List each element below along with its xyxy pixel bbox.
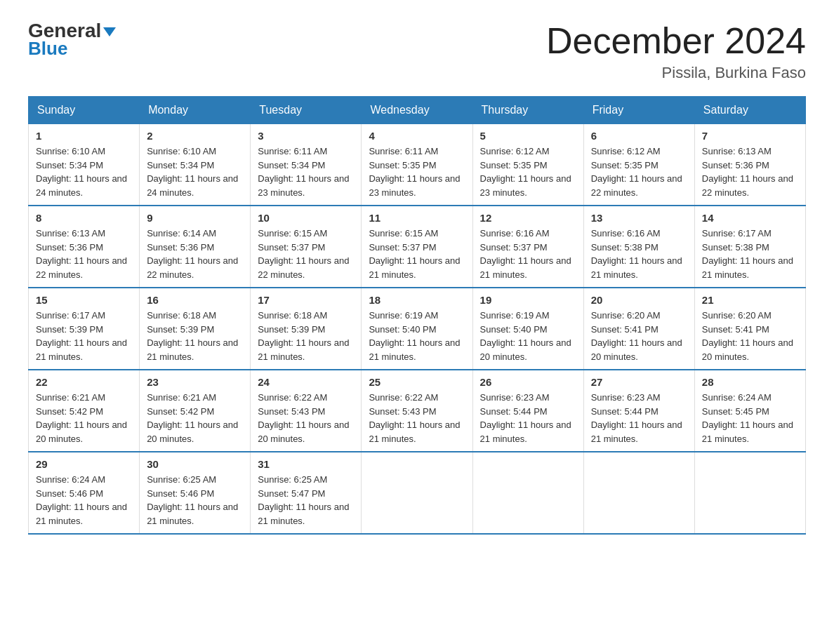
day-info: Sunrise: 6:17 AM Sunset: 5:38 PM Dayligh… — [702, 227, 798, 281]
day-info: Sunrise: 6:21 AM Sunset: 5:42 PM Dayligh… — [36, 391, 132, 445]
day-number: 9 — [147, 212, 243, 224]
col-header-wednesday: Wednesday — [362, 97, 472, 124]
day-number: 26 — [480, 376, 576, 388]
col-header-thursday: Thursday — [472, 97, 583, 124]
day-info: Sunrise: 6:11 AM Sunset: 5:34 PM Dayligh… — [258, 145, 354, 199]
day-cell: 26 Sunrise: 6:23 AM Sunset: 5:44 PM Dayl… — [472, 370, 583, 452]
day-cell — [583, 452, 694, 534]
day-info: Sunrise: 6:15 AM Sunset: 5:37 PM Dayligh… — [369, 227, 465, 281]
day-number: 5 — [480, 130, 576, 142]
day-info: Sunrise: 6:12 AM Sunset: 5:35 PM Dayligh… — [591, 145, 687, 199]
col-header-tuesday: Tuesday — [251, 97, 362, 124]
day-info: Sunrise: 6:23 AM Sunset: 5:44 PM Dayligh… — [480, 391, 576, 445]
title-area: December 2024 Pissila, Burkina Faso — [546, 21, 806, 82]
day-cell — [472, 452, 583, 534]
col-header-sunday: Sunday — [29, 97, 140, 124]
day-cell — [694, 452, 805, 534]
day-number: 14 — [702, 212, 798, 224]
day-cell — [362, 452, 472, 534]
col-header-friday: Friday — [583, 97, 694, 124]
day-number: 17 — [258, 294, 354, 306]
day-number: 24 — [258, 376, 354, 388]
day-info: Sunrise: 6:15 AM Sunset: 5:37 PM Dayligh… — [258, 227, 354, 281]
day-cell: 19 Sunrise: 6:19 AM Sunset: 5:40 PM Dayl… — [472, 288, 583, 370]
day-number: 30 — [147, 458, 243, 470]
day-cell: 13 Sunrise: 6:16 AM Sunset: 5:38 PM Dayl… — [583, 206, 694, 288]
day-number: 20 — [591, 294, 687, 306]
day-cell: 21 Sunrise: 6:20 AM Sunset: 5:41 PM Dayl… — [694, 288, 805, 370]
day-cell: 2 Sunrise: 6:10 AM Sunset: 5:34 PM Dayli… — [140, 124, 251, 206]
day-info: Sunrise: 6:23 AM Sunset: 5:44 PM Dayligh… — [591, 391, 687, 445]
day-number: 23 — [147, 376, 243, 388]
day-number: 10 — [258, 212, 354, 224]
day-cell: 5 Sunrise: 6:12 AM Sunset: 5:35 PM Dayli… — [472, 124, 583, 206]
day-cell: 17 Sunrise: 6:18 AM Sunset: 5:39 PM Dayl… — [251, 288, 362, 370]
logo: General Blue — [28, 21, 116, 58]
day-cell: 9 Sunrise: 6:14 AM Sunset: 5:36 PM Dayli… — [140, 206, 251, 288]
day-number: 12 — [480, 212, 576, 224]
day-cell: 12 Sunrise: 6:16 AM Sunset: 5:37 PM Dayl… — [472, 206, 583, 288]
calendar-table: SundayMondayTuesdayWednesdayThursdayFrid… — [28, 96, 806, 535]
day-info: Sunrise: 6:25 AM Sunset: 5:47 PM Dayligh… — [258, 473, 354, 528]
day-info: Sunrise: 6:16 AM Sunset: 5:38 PM Dayligh… — [591, 227, 687, 281]
day-cell: 20 Sunrise: 6:20 AM Sunset: 5:41 PM Dayl… — [583, 288, 694, 370]
logo-triangle-icon — [103, 27, 116, 36]
day-number: 27 — [591, 376, 687, 388]
day-cell: 1 Sunrise: 6:10 AM Sunset: 5:34 PM Dayli… — [29, 124, 140, 206]
day-number: 25 — [369, 376, 465, 388]
col-header-monday: Monday — [140, 97, 251, 124]
main-title: December 2024 — [546, 21, 806, 61]
day-number: 21 — [702, 294, 798, 306]
day-info: Sunrise: 6:20 AM Sunset: 5:41 PM Dayligh… — [702, 309, 798, 363]
day-number: 16 — [147, 294, 243, 306]
day-cell: 27 Sunrise: 6:23 AM Sunset: 5:44 PM Dayl… — [583, 370, 694, 452]
day-info: Sunrise: 6:13 AM Sunset: 5:36 PM Dayligh… — [702, 145, 798, 199]
day-info: Sunrise: 6:18 AM Sunset: 5:39 PM Dayligh… — [147, 309, 243, 363]
day-number: 13 — [591, 212, 687, 224]
day-info: Sunrise: 6:10 AM Sunset: 5:34 PM Dayligh… — [36, 145, 132, 199]
day-info: Sunrise: 6:20 AM Sunset: 5:41 PM Dayligh… — [591, 309, 687, 363]
day-cell: 4 Sunrise: 6:11 AM Sunset: 5:35 PM Dayli… — [362, 124, 472, 206]
day-number: 31 — [258, 458, 354, 470]
day-info: Sunrise: 6:16 AM Sunset: 5:37 PM Dayligh… — [480, 227, 576, 281]
day-number: 6 — [591, 130, 687, 142]
day-info: Sunrise: 6:22 AM Sunset: 5:43 PM Dayligh… — [258, 391, 354, 445]
day-cell: 6 Sunrise: 6:12 AM Sunset: 5:35 PM Dayli… — [583, 124, 694, 206]
day-info: Sunrise: 6:18 AM Sunset: 5:39 PM Dayligh… — [258, 309, 354, 363]
day-info: Sunrise: 6:17 AM Sunset: 5:39 PM Dayligh… — [36, 309, 132, 363]
day-cell: 3 Sunrise: 6:11 AM Sunset: 5:34 PM Dayli… — [251, 124, 362, 206]
day-number: 22 — [36, 376, 132, 388]
day-number: 3 — [258, 130, 354, 142]
day-cell: 23 Sunrise: 6:21 AM Sunset: 5:42 PM Dayl… — [140, 370, 251, 452]
day-cell: 30 Sunrise: 6:25 AM Sunset: 5:46 PM Dayl… — [140, 452, 251, 534]
day-info: Sunrise: 6:19 AM Sunset: 5:40 PM Dayligh… — [369, 309, 465, 363]
day-cell: 28 Sunrise: 6:24 AM Sunset: 5:45 PM Dayl… — [694, 370, 805, 452]
logo-blue: Blue — [28, 39, 67, 58]
day-info: Sunrise: 6:10 AM Sunset: 5:34 PM Dayligh… — [147, 145, 243, 199]
day-cell: 15 Sunrise: 6:17 AM Sunset: 5:39 PM Dayl… — [29, 288, 140, 370]
day-number: 28 — [702, 376, 798, 388]
page-header: General Blue December 2024 Pissila, Burk… — [28, 21, 806, 82]
day-number: 18 — [369, 294, 465, 306]
day-info: Sunrise: 6:19 AM Sunset: 5:40 PM Dayligh… — [480, 309, 576, 363]
week-row-3: 15 Sunrise: 6:17 AM Sunset: 5:39 PM Dayl… — [29, 288, 806, 370]
day-cell: 14 Sunrise: 6:17 AM Sunset: 5:38 PM Dayl… — [694, 206, 805, 288]
day-number: 19 — [480, 294, 576, 306]
day-info: Sunrise: 6:21 AM Sunset: 5:42 PM Dayligh… — [147, 391, 243, 445]
day-number: 29 — [36, 458, 132, 470]
day-number: 15 — [36, 294, 132, 306]
day-info: Sunrise: 6:24 AM Sunset: 5:45 PM Dayligh… — [702, 391, 798, 445]
day-cell: 18 Sunrise: 6:19 AM Sunset: 5:40 PM Dayl… — [362, 288, 472, 370]
day-cell: 25 Sunrise: 6:22 AM Sunset: 5:43 PM Dayl… — [362, 370, 472, 452]
week-row-2: 8 Sunrise: 6:13 AM Sunset: 5:36 PM Dayli… — [29, 206, 806, 288]
day-cell: 16 Sunrise: 6:18 AM Sunset: 5:39 PM Dayl… — [140, 288, 251, 370]
day-cell: 11 Sunrise: 6:15 AM Sunset: 5:37 PM Dayl… — [362, 206, 472, 288]
week-row-1: 1 Sunrise: 6:10 AM Sunset: 5:34 PM Dayli… — [29, 124, 806, 206]
header-row: SundayMondayTuesdayWednesdayThursdayFrid… — [29, 97, 806, 124]
day-cell: 8 Sunrise: 6:13 AM Sunset: 5:36 PM Dayli… — [29, 206, 140, 288]
day-number: 8 — [36, 212, 132, 224]
day-cell: 29 Sunrise: 6:24 AM Sunset: 5:46 PM Dayl… — [29, 452, 140, 534]
day-info: Sunrise: 6:13 AM Sunset: 5:36 PM Dayligh… — [36, 227, 132, 281]
day-number: 4 — [369, 130, 465, 142]
day-info: Sunrise: 6:22 AM Sunset: 5:43 PM Dayligh… — [369, 391, 465, 445]
